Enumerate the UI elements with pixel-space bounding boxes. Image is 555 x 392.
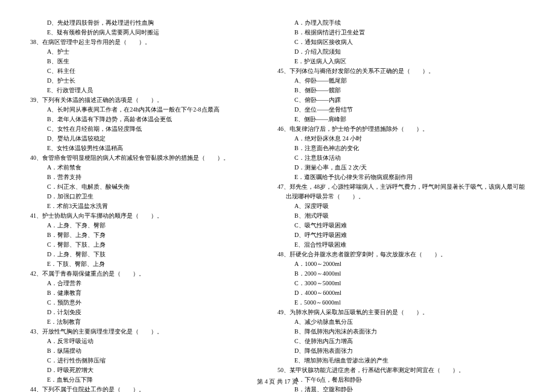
option-line: A．1000～2000ml xyxy=(278,259,525,269)
option-line: B．2000～4000ml xyxy=(278,269,525,279)
option-line: D．加强口腔卫生 xyxy=(30,192,253,201)
page-footer: 第 4 页 共 17 页 xyxy=(0,378,555,386)
question-line: 49、为肺水肿病人采取加压吸氧的主要目的是（ ）。 xyxy=(278,308,525,317)
option-line: B、潮式呼吸 xyxy=(278,211,525,221)
option-line: D．介绍入院须知 xyxy=(278,47,525,57)
option-line: E、混合性呼吸困难 xyxy=(278,240,525,250)
option-line: E、女性体温较男性体温稍高 xyxy=(30,144,253,153)
option-line: B．纵隔摆动 xyxy=(30,346,253,356)
option-line: C．预防意外 xyxy=(30,298,253,308)
option-line: E、行政管理人员 xyxy=(30,86,253,95)
option-line: C、女性在月经前期，体温轻度降低 xyxy=(30,124,253,134)
option-line: B．注意面色神志的变化 xyxy=(278,144,525,153)
option-line: E、侧卧——肩峰部 xyxy=(278,115,525,124)
option-line: D．上身、臀部、下肢 xyxy=(30,250,253,259)
option-line: A、仰卧——骶尾部 xyxy=(278,76,525,86)
option-line: B．臀部、上身、下身 xyxy=(30,230,253,240)
option-line: E．下肢、臀部、上身 xyxy=(30,259,253,269)
option-line: C．进行性伤侧肺压缩 xyxy=(30,356,253,365)
option-line: B、老年人体温有下降趋势，高龄者体温会更低 xyxy=(30,115,253,124)
option-line: B、侧卧——髋部 xyxy=(278,86,525,95)
question-line: 45、下列体位与褥疮好发部位的关系不正确的是（ ）。 xyxy=(278,66,525,76)
option-line: D．呼吸死腔增大 xyxy=(30,365,253,375)
option-line: C．臀部、下肢、上身 xyxy=(30,240,253,250)
question-line: 42、不属于青春期保健重点的是（ ）。 xyxy=(30,269,253,279)
option-line: E．遵医嘱给予抗心律失常药物病观察副作用 xyxy=(278,172,525,182)
option-line: B．根据病情进行卫生处置 xyxy=(278,28,525,37)
option-line: E．法制教育 xyxy=(30,317,253,327)
option-line: 出现哪种呼吸异常（ ）。 xyxy=(278,192,525,201)
option-line: A．反常呼吸运动 xyxy=(30,337,253,346)
question-line: 48、肝硬化合并腹水患者腹腔穿刺时，每次放腹水在（ ）。 xyxy=(278,250,525,259)
option-line: D、先处理四肢骨折，再处理进行性血胸 xyxy=(30,18,253,28)
option-line: D、护士长 xyxy=(30,76,253,86)
option-line: D、呼气性呼吸困难 xyxy=(278,230,525,240)
right-column: A．办理入院手续B．根据病情进行卫生处置C．通知病区接收病人D．介绍入院须知E．… xyxy=(278,18,525,392)
question-line: 47、郑先生，48岁，心源性哮喘病人，主诉呼气费力，呼气时间显著长于吸气，该病人… xyxy=(278,182,525,192)
question-line: 50、某甲状腺功能亢进症患者，行基础代谢率测定时间宜在（ ）。 xyxy=(278,365,525,375)
option-line: C．3000～5000ml xyxy=(278,279,525,288)
option-line: C、俯卧——内踝 xyxy=(278,95,525,105)
option-line: A．办理入院手续 xyxy=(278,18,525,28)
question-line: 41、护士协助病人向平车挪动的顺序是（ ）。 xyxy=(30,211,253,221)
option-line: D．计划免疫 xyxy=(30,308,253,317)
option-line: D．测量心率，血压 2 次/天 xyxy=(278,163,525,172)
option-line: C、科主任 xyxy=(30,66,253,76)
option-line: A、长时间从事夜间工作者，在24h内其体温一般在下午2-8点最高 xyxy=(30,105,253,115)
option-line: A、护士 xyxy=(30,47,253,57)
option-line: D、降低肺泡表面张力 xyxy=(278,346,525,356)
option-line: E．5000～6000ml xyxy=(278,298,525,308)
option-line: E．护送病人入病区 xyxy=(278,57,525,66)
option-line: A．绝对卧床休息 24 小时 xyxy=(278,134,525,144)
option-line: E．术前3天温盐水洗胃 xyxy=(30,201,253,211)
option-line: D．4000～6000ml xyxy=(278,288,525,298)
question-line: 39、下列有关体温的描述正确的选项是（ ）。 xyxy=(30,95,253,105)
option-line: C、使肺泡内压力增高 xyxy=(278,337,525,346)
option-line: C．注意肢体活动 xyxy=(278,153,525,163)
question-line: 40、食管癌食管明显梗阻的病人术前减轻食管黏膜水肿的措施是（ ）。 xyxy=(30,153,253,163)
option-line: C、吸气性呼吸困难 xyxy=(278,221,525,230)
option-line: E、增加肺泡毛细血管渗出液的产生 xyxy=(278,356,525,365)
option-line: B．健康教育 xyxy=(30,288,253,298)
option-line: B、医生 xyxy=(30,57,253,66)
option-line: D、婴幼儿体温较稳定 xyxy=(30,134,253,144)
question-line: 38、在病区管理中起主导作用的是（ ）。 xyxy=(30,37,253,47)
option-line: C．通知病区接收病人 xyxy=(278,37,525,47)
option-line: E、疑有颈椎骨折的病人需要两人同时搬运 xyxy=(30,28,253,37)
question-line: 43、开放性气胸的主要病理生理变化是（ ）。 xyxy=(30,327,253,337)
option-line: A．合理营养 xyxy=(30,279,253,288)
option-line: A、减少动脉血氧分压 xyxy=(278,317,525,327)
option-line: B．营养支持 xyxy=(30,172,253,182)
option-line: C．纠正水、电解质、酸碱失衡 xyxy=(30,182,253,192)
option-line: A．上身、下身、臀部 xyxy=(30,221,253,230)
question-line: 46、电复律治疗后，护士给予的护理措施除外（ ）。 xyxy=(278,124,525,134)
option-line: B、降低肺泡内泡沫的表面张力 xyxy=(278,327,525,337)
left-column: D、先处理四肢骨折，再处理进行性血胸E、疑有颈椎骨折的病人需要两人同时搬运38、… xyxy=(30,18,253,392)
option-line: D、坐位——坐骨结节 xyxy=(278,105,525,115)
option-line: A、深度呼吸 xyxy=(278,201,525,211)
option-line: A．术前禁食 xyxy=(30,163,253,172)
